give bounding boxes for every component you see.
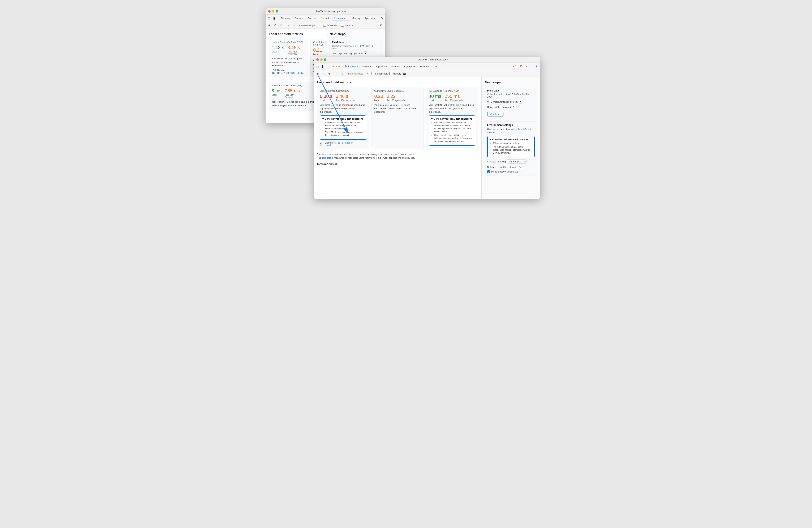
disable-cache-help-icon[interactable]: (?) [515, 170, 518, 173]
front-device-dropdown[interactable]: ▾ [512, 105, 515, 109]
back-inp-field-value: 255 ms [285, 88, 300, 94]
recording-dropdown-front[interactable]: ▾ [365, 72, 369, 75]
front-inp-conditions: ▼ Consider your local test conditions Re… [429, 115, 475, 146]
back-inp-local-label: Local [272, 94, 282, 96]
memory-checkbox-front[interactable] [389, 72, 392, 75]
settings2-icon-front[interactable]: ⚙ [535, 65, 539, 69]
back-cls-title: Cumulative Layout Shift (CLS) [313, 41, 326, 46]
maximize-button-back[interactable] [276, 10, 278, 13]
tab-console-back[interactable]: Console [293, 16, 305, 21]
front-consider-title: ▼ Consider real user environments [489, 138, 533, 141]
back-lcp-field-value: 3.48 s [287, 45, 300, 50]
more-icon-front[interactable]: ⋮ [530, 65, 534, 69]
front-lcp-element-link[interactable]: h1.tile__header--title.mai... [320, 142, 356, 146]
front-network-select[interactable]: Slow 4G Fast 4G 3G Offline [507, 165, 522, 169]
settings-icon-front[interactable]: ⚙ [525, 65, 530, 69]
tab-more-front[interactable]: >> [432, 64, 439, 69]
screenshots-checkbox-back[interactable] [323, 24, 326, 27]
mobile-icon-front[interactable]: 📱 [320, 65, 325, 69]
back-url-dropdown[interactable]: ▾ [364, 52, 367, 55]
close-button-front[interactable] [316, 58, 319, 61]
back-lcp-local-value: 1.42 s [272, 45, 284, 50]
traffic-lights-front [316, 58, 327, 61]
front-cpu-select[interactable]: No throttling 2x slowdown 4x slowdown 6x… [507, 159, 526, 164]
download-btn-front[interactable]: ↓ [340, 71, 345, 76]
tab-memory-front[interactable]: Memory [360, 64, 373, 69]
front-cls-local-label: Local [374, 99, 383, 102]
front-disable-cache-checkbox[interactable] [487, 170, 490, 173]
record-btn-front[interactable]: ⏺ [316, 71, 320, 76]
download-btn-back[interactable]: ↓ [292, 23, 297, 28]
maximize-button-front[interactable] [324, 58, 327, 61]
tab-memory-back[interactable]: Memory [350, 16, 362, 21]
front-window-title: DevTools - fonts.google.com/ [328, 58, 538, 61]
tab-application-back[interactable]: Application [363, 16, 378, 21]
settings-toolbar-back[interactable]: ⚙ [379, 23, 383, 28]
front-window: DevTools - fonts.google.com/ ⬚ 📱 ▲ Netwo… [314, 57, 540, 199]
front-url-label: URL: https://fonts.google.com/ [487, 101, 518, 103]
toolbar-sep-front [333, 72, 333, 75]
front-configure-btn[interactable]: Configure [487, 112, 504, 116]
front-lcp-card: Largest Contentful Paint (LCP) 6.88 s Lo… [317, 87, 369, 149]
back-url-label: URL: https://fonts.google.com/ [332, 52, 363, 55]
tab-recorder-front[interactable]: Recorder [418, 64, 432, 69]
memory-checkbox-back[interactable] [341, 24, 344, 27]
front-cpu-row: CPU: No throttling No throttling 2x slow… [487, 159, 535, 164]
back-lcp-field-label: Field 75thPercentile [287, 51, 300, 55]
tab-network-front[interactable]: ▲ Network [327, 64, 342, 69]
refresh-btn-back[interactable]: ↺ [273, 23, 278, 28]
field-data-link[interactable]: field data [322, 157, 331, 159]
front-tab-icons: ⬚ 📱 [316, 65, 325, 69]
screenshots-checkbox-front[interactable] [372, 72, 374, 75]
inspect-icon[interactable]: ⬚ [267, 16, 272, 20]
front-lcp-local-label: Local [320, 99, 333, 102]
front-next-steps-title: Next steps [485, 80, 537, 84]
tab-network-back[interactable]: Network [319, 16, 331, 21]
tab-elements-back[interactable]: Elements [278, 16, 292, 21]
tab-performance-front[interactable]: Performance [343, 64, 360, 69]
upload-btn-front[interactable]: ↑ [335, 71, 339, 76]
front-lcp-field-value: 3.48 s [336, 94, 354, 99]
clear-btn-back[interactable]: ⊘ [279, 23, 284, 28]
front-cls-values: 0.23 Local 0.22 Field 75th percentile [374, 94, 421, 102]
memory-group-front: Memory [389, 72, 401, 75]
front-device-label: Device: Auto (Desktop) [487, 106, 511, 108]
back-inp-title: Interaction to Next Paint (INP) [272, 84, 320, 87]
front-url-row: URL: https://fonts.google.com/ ▾ [487, 100, 535, 104]
inspect-icon-front[interactable]: ⬚ [316, 65, 320, 69]
camera-btn-front[interactable]: 📷 [402, 71, 407, 76]
screenshots-group-front: Screenshots [372, 72, 388, 75]
front-lcp-conditions-title: ▼ Consider your local test conditions [322, 117, 364, 120]
simulate-devices-link[interactable]: simulate different devices [487, 128, 531, 134]
clear-btn-front[interactable]: ⊘ [327, 71, 332, 76]
close-button-back[interactable] [268, 10, 271, 13]
tab-performance-back[interactable]: Performance [332, 16, 349, 21]
mobile-icon[interactable]: 📱 [272, 16, 276, 20]
front-consider-item-0: 83% of users are on desktop. [493, 142, 533, 145]
front-lcp-field-label: Field 75th percentile [336, 99, 354, 102]
tab-security-front[interactable]: Security [389, 64, 402, 69]
local-metrics-link[interactable]: local metrics [322, 153, 335, 156]
tab-security-back[interactable]: Security [379, 16, 385, 21]
minimize-button-back[interactable] [272, 10, 274, 13]
memory-label-front: Memory [393, 72, 401, 75]
minimize-button-front[interactable] [320, 58, 323, 61]
record-btn-back[interactable]: ⏺ [267, 23, 272, 28]
upload-btn-back[interactable]: ↑ [286, 23, 291, 28]
tab-lighthouse-front[interactable]: Lighthouse [402, 64, 418, 69]
back-next-steps-title: Next steps [330, 32, 382, 36]
front-inp-condition-0: Real users may experience longer interac… [434, 121, 473, 133]
refresh-btn-front[interactable]: ↺ [321, 71, 326, 76]
front-cls-field-group: 0.22 Field 75th percentile [387, 94, 405, 102]
recording-dropdown-back[interactable]: ▾ [317, 24, 320, 27]
front-lcp-conditions: ▼ Consider your local test conditions Sc… [320, 115, 366, 140]
front-lcp-values: 6.88 s Local 3.48 s Field 75th percentil… [320, 94, 366, 102]
back-lcp-desc: Your local LCP 1.42 s is good, and is si… [272, 57, 306, 67]
back-lcp-element-link[interactable]: div.tile__text.tile__edu... [272, 72, 306, 74]
no-recordings-back: (no recordings) [298, 24, 316, 27]
warn-icon-tab: ▲ [329, 66, 331, 68]
tab-application-front[interactable]: Application [373, 64, 389, 69]
front-url-dropdown[interactable]: ▾ [519, 100, 522, 104]
tab-sources-back[interactable]: Sources [306, 16, 318, 21]
back-cls-local-group: 0.21 Local [313, 48, 322, 55]
